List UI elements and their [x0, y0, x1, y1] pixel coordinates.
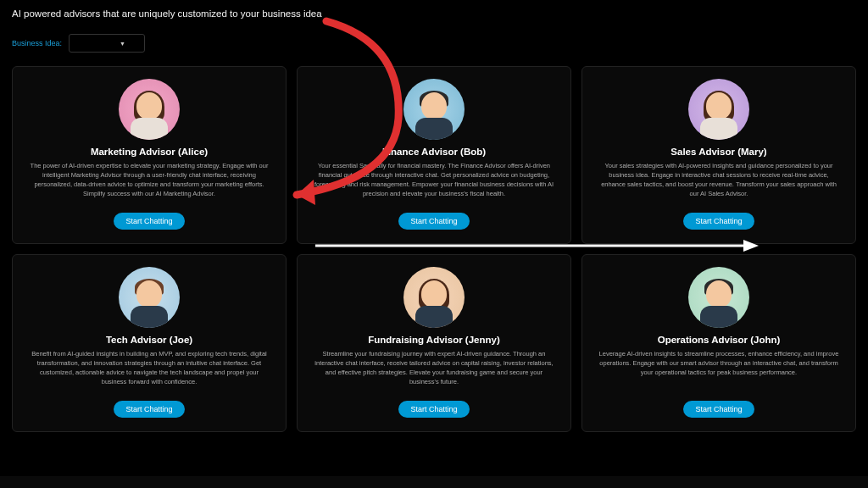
advisor-description: Your essential SaaS ally for financial m…: [313, 162, 555, 204]
page-heading: AI powered advisors that are uniquely cu…: [12, 8, 856, 19]
bottom-bar: [0, 476, 868, 488]
advisor-card-finance: Finance Advisor (Bob) Your essential Saa…: [297, 66, 571, 244]
advisor-title: Marketing Advisor (Alice): [91, 147, 208, 157]
filter-row: Business Idea: ▼: [12, 34, 856, 53]
start-chatting-button[interactable]: Start Chatting: [114, 401, 184, 418]
advisor-description: The power of AI-driven expertise to elev…: [28, 162, 270, 204]
advisor-avatar: [688, 79, 749, 140]
advisor-description: Your sales strategies with AI-powered in…: [598, 162, 840, 204]
advisors-grid: Marketing Advisor (Alice) The power of A…: [12, 66, 856, 432]
advisor-title: Operations Advisor (John): [658, 335, 781, 345]
advisor-description: Leverage AI-driven insights to streamlin…: [598, 350, 840, 392]
advisor-title: Fundraising Advisor (Jenny): [368, 335, 499, 345]
filter-label: Business Idea:: [12, 39, 62, 47]
start-chatting-button[interactable]: Start Chatting: [683, 401, 754, 418]
start-chatting-button[interactable]: Start Chatting: [398, 401, 469, 418]
advisor-card-tech: Tech Advisor (Joe) Benefit from AI-guide…: [12, 254, 287, 432]
advisor-card-operations: Operations Advisor (John) Leverage AI-dr…: [581, 254, 856, 432]
advisor-card-sales: Sales Advisor (Mary) Your sales strategi…: [581, 66, 856, 244]
start-chatting-button[interactable]: Start Chatting: [683, 213, 754, 230]
advisor-description: Benefit from AI-guided insights in build…: [28, 350, 270, 392]
advisor-description: Streamline your fundraising journey with…: [313, 350, 555, 392]
advisor-card-fundraising: Fundraising Advisor (Jenny) Streamline y…: [297, 254, 571, 432]
start-chatting-button[interactable]: Start Chatting: [398, 213, 469, 230]
advisor-title: Tech Advisor (Joe): [106, 335, 192, 345]
advisor-title: Finance Advisor (Bob): [382, 147, 486, 157]
advisor-avatar: [119, 267, 180, 328]
advisor-avatar: [119, 79, 180, 140]
chevron-down-icon: ▼: [120, 41, 125, 47]
advisor-card-marketing: Marketing Advisor (Alice) The power of A…: [12, 66, 287, 244]
business-idea-select[interactable]: ▼: [69, 34, 145, 53]
advisor-avatar: [403, 79, 465, 140]
advisor-title: Sales Advisor (Mary): [670, 147, 766, 157]
advisor-avatar: [688, 267, 749, 328]
start-chatting-button[interactable]: Start Chatting: [114, 213, 184, 230]
advisor-avatar: [403, 267, 465, 328]
